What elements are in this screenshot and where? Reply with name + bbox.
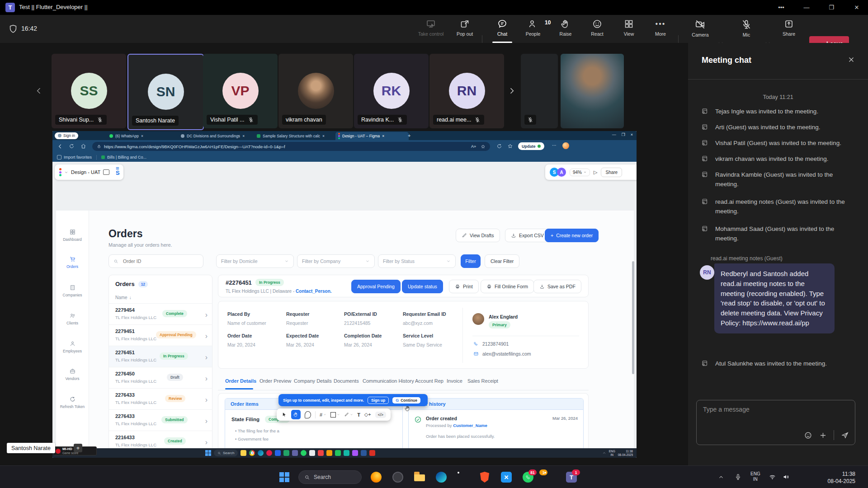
tray-mic-icon[interactable] — [734, 473, 742, 481]
order-row[interactable]: 2279454TL Flex Holdings LLCComplete› — [109, 303, 212, 325]
shared-start-icon[interactable] — [205, 450, 211, 456]
tab-close-icon[interactable]: × — [382, 134, 384, 138]
shared-app-icon[interactable] — [283, 450, 289, 456]
contact-phone[interactable]: 2123874901 — [482, 341, 509, 347]
camera-button[interactable]: Camera — [685, 19, 715, 41]
pop-out-button[interactable]: Pop out — [450, 19, 480, 41]
tab-order-details[interactable]: Order Details — [225, 378, 256, 384]
browser-menu-icon[interactable]: ⋯ — [552, 143, 557, 148]
tab-communication-history[interactable]: Communication History — [363, 378, 414, 384]
view-button[interactable]: View — [614, 19, 644, 41]
view-drafts-button[interactable]: View Drafts — [456, 229, 500, 242]
order-row[interactable]: 2276450TL Flex Holdings LLCDraft› — [109, 367, 212, 389]
text-tool-icon[interactable]: T — [357, 412, 360, 418]
google-continue-button[interactable]: G Continue — [392, 397, 420, 404]
pen-tool-icon[interactable] — [344, 412, 353, 417]
reload-icon[interactable] — [69, 143, 75, 149]
contact-person-link[interactable]: Contact_Person. — [296, 289, 331, 294]
sort-desc-icon[interactable]: ↓ — [129, 295, 132, 300]
sidebar-item-companies[interactable]: Companies — [56, 284, 89, 297]
customer-name-link[interactable]: Customer_Name — [453, 423, 487, 428]
react-button[interactable]: React — [582, 19, 612, 41]
edge-icon[interactable] — [436, 472, 447, 483]
shared-app-icon[interactable] — [258, 450, 264, 456]
favorites-bar-icon[interactable] — [507, 143, 513, 149]
chat-compose-box[interactable] — [696, 400, 855, 445]
taskbar-clock[interactable]: 11:3808-04-2025 — [828, 470, 855, 485]
taskbar-search[interactable]: Search — [298, 470, 362, 484]
move-tool-icon[interactable] — [281, 412, 287, 418]
layout-panel-icon[interactable] — [103, 169, 109, 175]
order-id-input[interactable] — [122, 258, 196, 264]
update-status-button[interactable]: Update status — [402, 280, 443, 293]
browser-minimize-icon[interactable]: — — [612, 132, 616, 137]
participant-tile[interactable]: vikram chavan — [278, 54, 353, 128]
raise-hand-button[interactable]: Raise — [551, 19, 580, 41]
shared-app-icon[interactable] — [275, 450, 281, 456]
x-app-icon[interactable]: ✕ — [501, 472, 512, 483]
tab-company-details[interactable]: Company Details — [294, 378, 332, 384]
titlebar-more-menu[interactable]: ••• — [771, 0, 792, 15]
minimize-button[interactable]: — — [796, 0, 817, 15]
export-csv-button[interactable]: Export CSV — [505, 229, 550, 242]
filmstrip-prev-icon[interactable] — [34, 86, 43, 95]
print-button[interactable]: Print — [449, 280, 479, 293]
tray-hidden-icons-chevron[interactable] — [718, 474, 724, 480]
shared-app-icon[interactable] — [309, 450, 315, 456]
order-row[interactable]: 2276433TL Flex Holdings LLCSubmitted› — [109, 409, 212, 431]
tab-close-icon[interactable]: × — [242, 134, 245, 138]
tab-documents[interactable]: Documents — [334, 378, 359, 384]
participant-tile[interactable]: RN read.ai mee... — [429, 54, 504, 128]
fill-online-form-button[interactable]: Fill Online Form — [481, 280, 534, 293]
shared-app-icon[interactable] — [318, 450, 324, 456]
filter-apply-button[interactable]: Filter — [461, 254, 481, 268]
sidebar-item-vendors[interactable]: Vendors — [56, 368, 89, 381]
presenter-add-button[interactable]: + — [74, 444, 82, 452]
tab-order-preview[interactable]: Order Preview — [259, 378, 291, 384]
file-explorer-icon[interactable] — [414, 472, 425, 483]
approval-pending-button[interactable]: Approval Pending — [351, 280, 401, 293]
shared-tray-chevron-icon[interactable] — [602, 451, 606, 455]
order-row-selected[interactable]: 2276451TL Flex Holdings LLCIn Progress› — [109, 346, 212, 367]
chat-close-icon[interactable] — [847, 56, 855, 64]
browser-tab-active[interactable]: Design - UAT – Figma× — [335, 132, 409, 140]
comment-tool-icon[interactable] — [305, 411, 311, 418]
app-icon-dark[interactable] — [392, 472, 403, 483]
collaborator-avatar[interactable]: A — [557, 168, 566, 177]
send-icon[interactable] — [840, 431, 849, 440]
browser-restore-icon[interactable]: ❐ — [622, 132, 625, 137]
chat-button[interactable]: Chat — [487, 19, 517, 41]
share-button[interactable]: Share — [774, 19, 804, 41]
shared-app-icon[interactable] — [369, 450, 375, 456]
order-row[interactable]: 2279451TL Flex Holdings LLCApproval Pend… — [109, 324, 212, 346]
mic-button[interactable]: Mic — [731, 19, 761, 41]
tab-sales-receipt[interactable]: Sales Receipt — [467, 378, 498, 384]
emoji-icon[interactable] — [804, 431, 812, 440]
frame-tool-icon[interactable]: # — [320, 412, 326, 418]
sidebar-item-orders[interactable]: Orders — [56, 256, 89, 269]
shared-app-icon[interactable] — [241, 450, 246, 456]
filmstrip-next-icon[interactable] — [507, 86, 516, 95]
shared-app-icon[interactable] — [301, 450, 307, 456]
resources-tool-icon[interactable]: ◇+ — [364, 412, 371, 418]
back-icon[interactable] — [57, 143, 63, 150]
participant-tile[interactable]: VP Vishal Patil ... — [203, 54, 278, 128]
language-indicator[interactable]: ENGIN — [750, 471, 760, 482]
shared-app-icon[interactable] — [344, 450, 349, 456]
filter-status-dropdown[interactable]: Filter by Status — [378, 254, 456, 268]
people-button[interactable]: 10 People — [518, 19, 548, 41]
tab-close-icon[interactable]: × — [141, 134, 143, 138]
brave-icon[interactable] — [479, 472, 490, 483]
bookmark-item[interactable]: Import favorites — [57, 155, 92, 160]
firefox-icon[interactable] — [371, 472, 382, 483]
maximize-button[interactable]: ❐ — [821, 0, 842, 15]
shared-app-icon[interactable] — [352, 450, 358, 456]
more-button[interactable]: ••• More — [646, 19, 675, 41]
clear-filter-button[interactable]: Clear Filter — [485, 254, 519, 268]
filter-domicile-dropdown[interactable]: Filter by Domicile — [216, 254, 294, 268]
signup-button[interactable]: Sign up — [368, 397, 389, 404]
sidebar-item-dashboard[interactable]: Dashboard — [56, 229, 89, 242]
sidebar-item-refresh-token[interactable]: Refresh Token — [56, 396, 89, 409]
shared-search-box[interactable]: Search — [214, 450, 238, 456]
figma-share-button[interactable]: Share — [601, 168, 622, 177]
